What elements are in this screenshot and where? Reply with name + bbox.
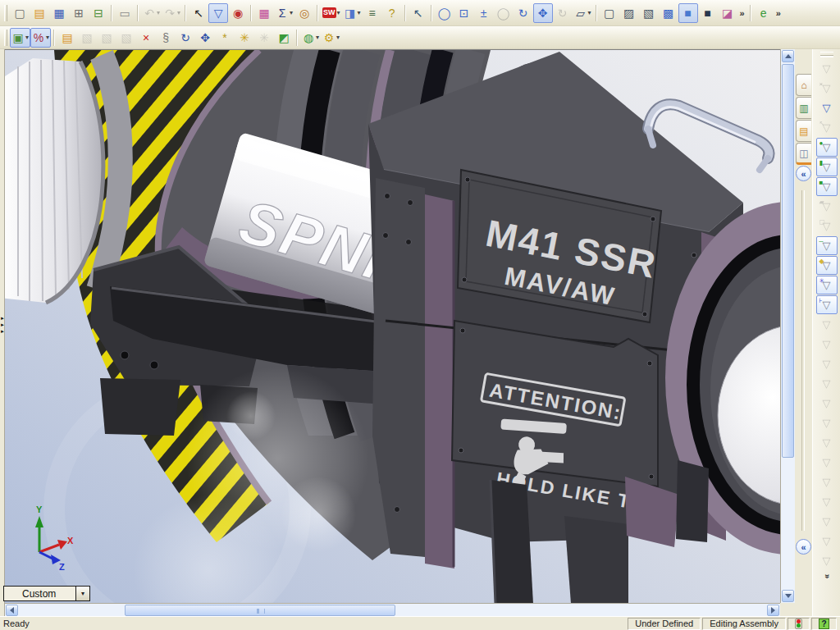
smart-fasteners-icon: * [218,32,231,43]
attach-paperclip-button[interactable]: § [156,28,176,48]
help-cell[interactable]: ? [811,618,837,630]
pan-button[interactable]: ✥ [533,3,553,23]
smart-fasteners-button[interactable]: * [215,28,235,48]
view-orientation-combo[interactable]: Custom ▾ [3,586,90,601]
toolbar-grip[interactable] [4,30,7,46]
scroll-left-button[interactable] [6,605,18,616]
standard-views-icon: ▱ [574,7,587,19]
funnel-icon: ▽ [823,63,831,74]
shaded-button[interactable]: ■ [678,3,698,23]
selection-filter-toggle-button[interactable]: ▽ [208,3,228,23]
interference-detection-button[interactable]: ◩ [274,28,294,48]
filter-dimensions-button[interactable]: ▽⊦ [816,295,838,314]
edit-color-button[interactable]: ▦ [254,3,274,23]
make-assembly-button[interactable]: ⊟ [89,3,108,23]
funnel-icon: ▽ [823,536,831,546]
funnel-icon: ▽ [823,398,831,409]
rotate-about-scene-floor-button: ↻ [553,3,573,23]
task-pane-tab-solidworks-resources[interactable]: ⌂ [796,74,811,96]
filter-connection-points-button: ▽ [816,532,838,550]
sketch-button[interactable]: %▾ [30,28,51,48]
select-button[interactable]: ↖ [189,3,208,23]
scroll-right-button[interactable] [767,605,779,616]
insert-components-icon: ▣ [11,32,25,43]
task-pane-tab-design-library[interactable]: ▥ [796,97,811,119]
graphics-viewport[interactable]: SPNKr [5,49,780,603]
filter-faces-button[interactable]: ▽■ [816,177,838,196]
selection-filter-toolbar: ▽▽×▽▽↖▽●▽▮▽■▽▰▽▢▽┄▽◆▽✳▽⊦▽▽▽▽▽▽▽▽▽▽▽▽▽ » [812,49,840,616]
traffic-light-cell[interactable] [788,618,810,630]
horizontal-scrollbar[interactable] [5,603,780,616]
sketch-icon: % [32,32,45,43]
task-pane-collapse-button[interactable]: « [796,166,811,181]
task-pane-view-button[interactable]: ◨▾ [342,3,363,23]
vertical-scroll-thumb[interactable] [782,64,794,458]
toolbar-grip[interactable] [820,52,833,56]
clear-all-filters-button: ▽× [816,79,838,98]
render-tools-button[interactable]: ◍▾ [300,28,321,48]
toolbar-grip[interactable] [4,5,7,21]
motion-manager-gear-button[interactable]: ⚙▾ [321,28,341,48]
new-document-button[interactable]: ▢ [10,3,30,23]
undo-button: ↶▾ [141,3,162,23]
filter-annotations-button: ▽ [816,315,838,334]
filter-edges-button[interactable]: ▽▮ [816,158,838,176]
save-icon: ▦ [52,7,66,19]
combo-dropdown-button[interactable]: ▾ [75,587,89,600]
feature-tree-collapse-button[interactable]: « [796,539,811,555]
filter-planes-button[interactable]: ▽◆ [816,256,838,275]
make-drawing-button[interactable]: ⊞ [69,3,89,23]
feature-statistics-list-button[interactable]: ≡ [363,3,382,23]
smart-select-button[interactable]: ↖ [409,3,428,23]
move-component-button[interactable]: ✥ [195,28,215,48]
scroll-down-button[interactable] [782,590,794,602]
open-button[interactable]: ▤ [30,3,49,23]
hidden-lines-visible-button[interactable]: ▨ [619,3,639,23]
selection-colors-traffic-light-button[interactable]: ◉ [228,3,248,23]
filter-sketch-segments-button[interactable]: ▽┄ [816,236,838,255]
vertical-scrollbar[interactable] [780,49,795,603]
rotate-component-button[interactable]: ↻ [176,28,195,48]
traffic-light-icon [795,619,802,629]
attach-paperclip-icon: § [159,32,172,43]
task-pane-tab-file-explorer[interactable]: ▤ [796,120,811,142]
replace-components-button[interactable]: × [136,28,156,48]
quick-tips-button[interactable]: e [754,3,774,23]
help-button[interactable]: ? [382,3,402,23]
hidden-lines-removed-button[interactable]: ▧ [639,3,659,23]
rotate-view-button[interactable]: ↻ [514,3,533,23]
solidworks-office-button[interactable]: SW▾ [321,3,342,23]
dropdown-arrow-icon: ▾ [290,9,293,16]
wireframe-button[interactable]: ▢ [600,3,619,23]
horizontal-scroll-thumb[interactable] [125,605,395,616]
filter-vertices-button[interactable]: ▽● [816,138,838,157]
filter-notes-button: ▽ [816,354,838,373]
print-button[interactable]: ▭ [115,3,135,23]
toolbar-separator [431,5,432,21]
section-view-button[interactable]: ◪ [718,3,737,23]
chevrons-left-icon: « [801,542,806,552]
toolbar-separator [250,5,252,21]
filter-sketch-points-button[interactable]: ▽✳ [816,276,838,294]
scroll-up-button[interactable] [782,50,794,62]
open-part-button[interactable]: ▤ [57,28,77,48]
zoom-to-fit-button[interactable]: ◯ [435,3,454,23]
insert-components-button[interactable]: ▣▾ [10,28,30,48]
shadows-in-shaded-mode-button[interactable]: ■ [698,3,718,23]
save-button[interactable]: ▦ [49,3,69,23]
print-icon: ▭ [118,7,131,19]
toolbar-more-button[interactable]: » [822,571,831,582]
select-all-filters-button[interactable]: ▽ [816,98,838,117]
task-pane-tab-view-palette[interactable]: ◫ [796,143,811,165]
exploded-view-button[interactable]: ✳ [235,28,254,48]
shaded-with-edges-button[interactable]: ▩ [659,3,678,23]
measure-button[interactable]: Σ▾ [274,3,294,23]
toolbar-overflow-button[interactable]: » [774,8,783,18]
standard-views-button[interactable]: ▱▾ [573,3,593,23]
funnel-icon: ▽ [823,103,831,113]
filter-planes-icon: ◆ [819,258,824,265]
zoom-in-out-button[interactable]: ± [474,3,494,23]
zoom-to-area-button[interactable]: ⊡ [454,3,474,23]
toolbar-overflow-button[interactable]: » [737,8,747,18]
design-checker-button[interactable]: ◎ [294,3,314,23]
